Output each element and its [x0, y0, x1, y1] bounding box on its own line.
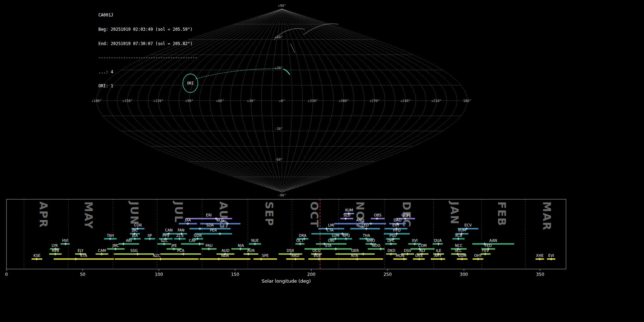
shower-peak-marker	[538, 258, 541, 260]
x-tick-label: 300	[460, 272, 468, 277]
shower-label-DKD: DKD	[387, 249, 395, 253]
shower-peak-marker	[182, 253, 185, 255]
month-label: APR	[37, 201, 50, 228]
station-code: CA001J	[98, 13, 197, 18]
x-tick-label: 50	[80, 272, 85, 277]
shower-label-PPS: PPS	[162, 234, 169, 238]
field-arc	[291, 44, 295, 53]
shower-label-NIA: NIA	[238, 244, 244, 248]
shower-label-XUM: XUM	[458, 228, 466, 232]
shower-label-ORI: ORI	[328, 239, 335, 243]
shower-label-SCC: SCC	[455, 249, 462, 253]
shower-label-CAP: CAP	[189, 239, 196, 243]
month-label: FEB	[496, 201, 508, 226]
shower-peak-marker	[437, 243, 440, 245]
shower-label-KSE: KSE	[34, 254, 40, 258]
shower-label-SSG: SSG	[130, 249, 137, 253]
shower-label-JPE: JPE	[171, 244, 177, 248]
field-arc	[303, 24, 338, 35]
shower-label-EHY: EHY	[392, 223, 400, 227]
shower-label-CTA: CTA	[327, 228, 333, 232]
ra-label: 180°	[463, 99, 472, 103]
shower-peak-marker	[550, 258, 553, 260]
shower-peak-marker	[484, 253, 487, 255]
shower-peak-marker	[457, 238, 460, 240]
shower-label-DRA: DRA	[299, 234, 306, 238]
shower-label-SZC: SZC	[161, 239, 168, 243]
ra-label: +300°	[338, 99, 349, 103]
shower-label-OHY: OHY	[474, 254, 482, 258]
shower-peak-marker	[370, 222, 372, 225]
shower-label-SLD: SLD	[343, 213, 351, 217]
latitude-label: -30°	[275, 127, 283, 131]
shower-label-EGE: EGE	[314, 254, 321, 258]
sky-arcs	[274, 24, 338, 53]
info-box: CA001J Beg: 20251019 02:03:49 (sol = 205…	[98, 4, 197, 98]
shower-label-NZC: NZC	[153, 254, 160, 258]
shower-label-AHY: AHY	[434, 254, 442, 258]
shower-label-AND: AND	[356, 218, 364, 222]
shower-peak-marker	[208, 248, 210, 250]
shower-peak-marker	[218, 258, 220, 260]
shower-label-LUM: LUM	[332, 234, 339, 238]
shower-label-COR: COR	[134, 223, 142, 227]
month-label: JUL	[172, 201, 185, 223]
x-tick-label: 150	[231, 272, 239, 277]
shower-label-STA: STA	[325, 244, 332, 248]
shower-peak-marker	[335, 248, 337, 250]
shower-label-LYR: LYR	[52, 244, 58, 248]
radiant-drift-trail	[196, 69, 281, 79]
ra-label: +90°	[185, 99, 194, 103]
shower-label-PER: PER	[210, 228, 217, 232]
shower-peak-marker	[477, 258, 479, 260]
shower-peak-marker	[74, 258, 77, 260]
shower-peak-marker	[239, 248, 242, 250]
shower-peak-marker	[247, 253, 250, 255]
shower-peak-marker	[440, 258, 443, 260]
shower-label-ETA: ETA	[80, 254, 87, 258]
shower-label-DPC: DPC	[387, 239, 395, 243]
shower-peak-marker	[254, 243, 257, 245]
shower-peak-marker	[122, 243, 125, 245]
shower-label-KCG: KCG	[216, 218, 224, 222]
shower-label-DAD: DAD	[394, 218, 401, 222]
shower-label-JBC: JBC	[132, 228, 138, 232]
shower-peak-marker	[198, 243, 201, 245]
shower-peak-marker	[186, 222, 189, 225]
shower-label-XHE: XHE	[536, 254, 543, 258]
ra-label: +330°	[308, 99, 318, 103]
shower-label-ZCS: ZCS	[176, 234, 184, 238]
shower-label-COM: COM	[418, 244, 426, 248]
shower-label-KUM: KUM	[345, 208, 353, 212]
shower-label-ILE: ILE	[436, 249, 441, 253]
shower-peak-marker	[199, 227, 201, 230]
shower-label-AUR: AUR	[247, 249, 255, 253]
ra-label: +60°	[216, 99, 224, 103]
shower-label-NDA: NDA	[221, 254, 229, 258]
x-tick-label: 250	[384, 272, 392, 277]
shower-peak-marker	[344, 217, 347, 220]
shower-label-AVB: AVB	[52, 249, 59, 253]
begin-time: Beg: 20251019 02:03:49 (sol = 205.59°)	[98, 27, 197, 32]
shower-peak-marker	[345, 238, 347, 240]
shower-label-HVI: HVI	[62, 239, 68, 243]
shower-peak-marker	[133, 238, 136, 240]
shower-label-GDR: GDR	[194, 234, 202, 238]
shower-label-NCC: NCC	[455, 244, 462, 248]
shower-label-JEA: JEA	[132, 234, 138, 238]
shower-label-CAN: CAN	[165, 228, 172, 232]
shower-peak-marker	[54, 253, 57, 255]
ra-label: +30°	[247, 99, 255, 103]
shower-label-IIP: IIP	[148, 234, 152, 238]
shower-label-PAU: PAU	[206, 244, 213, 248]
ra-label: +210°	[431, 99, 441, 103]
shower-label-CAM: CAM	[98, 249, 106, 253]
shower-label-SPE: SPE	[262, 254, 269, 258]
shower-label-AUD: AUD	[221, 249, 229, 253]
ra-label: +240°	[400, 99, 411, 103]
shower-label-XVI: XVI	[412, 239, 418, 243]
shower-label-ARD: ARD	[292, 254, 299, 258]
shower-label-OCU: OCU	[312, 249, 320, 253]
shower-peak-marker	[406, 253, 409, 255]
month-label: SEP	[263, 201, 275, 226]
